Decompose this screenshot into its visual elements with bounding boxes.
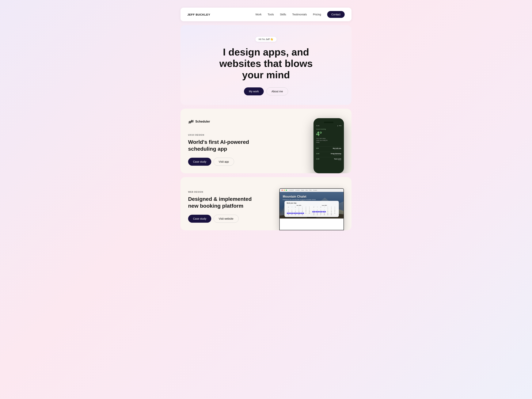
chalet-buttons: Case study Visit website [188, 215, 279, 223]
laptop-header: CHALET Location Read Stay FAQ Contact [280, 189, 343, 192]
hero-badge: Hi I'm Jeff 👋 [255, 37, 277, 42]
chalet-project-info: WEB DESIGN Designed & implemented new bo… [188, 191, 279, 230]
cal-month-2: June 2024 [312, 205, 336, 206]
scheduler-tag: UX/UI DESIGN [188, 134, 283, 136]
scheduler-buttons: Case study Visit app [188, 158, 283, 166]
scheduler-logo-text: Scheduler [195, 120, 210, 123]
phone-subtitle: Your calm sleepmade you ready fortoday. [316, 138, 341, 143]
chalet-nav-contact: Contact [313, 190, 317, 191]
schedule-event-3: Team Lunch Bridge [334, 158, 341, 161]
chalet-nav-location: Location [295, 190, 300, 191]
chalet-background: Mountain Chalet Experience the serenity … [280, 192, 343, 218]
schedule-time-2: 10:00 [316, 153, 319, 155]
scheduler-case-study-button[interactable]: Case study [188, 158, 211, 166]
chalet-nav-logo: CHALET [289, 190, 294, 191]
nav-links: Work Tools Skills Testimonials Pricing C… [255, 11, 345, 18]
cal-dow: T [297, 207, 300, 208]
nav-link-testimonials[interactable]: Testimonials [292, 13, 307, 16]
chalet-visit-website-button[interactable]: Visit website [214, 215, 239, 223]
phone-greeting: Good morning [316, 128, 341, 130]
laptop-dot-red [282, 190, 283, 191]
chalet-overlay-text: Mountain Chalet Experience the serenity … [283, 195, 316, 200]
laptop-dot-green [286, 190, 287, 191]
cal-dow: M [287, 207, 290, 208]
contact-button[interactable]: Contact [327, 11, 345, 18]
phone-temperature: 4° [316, 131, 341, 137]
chalet-title: Designed & implemented new booking platf… [188, 196, 253, 209]
chalet-site-title: Mountain Chalet [283, 195, 316, 198]
event-loc-1: Meeting room X [333, 149, 341, 150]
scheduler-visit-app-button[interactable]: Visit app [214, 158, 234, 166]
phone-mockup: 21:41 ▲ ▼ ■ Good morning 4° Your calm sl… [314, 118, 344, 173]
scheduler-visual: 21:41 ▲ ▼ ■ Good morning 4° Your calm sl… [283, 118, 344, 173]
chalet-case-study-button[interactable]: Case study [188, 215, 211, 223]
hero-title: I design apps, and websites that blows y… [209, 47, 323, 81]
chalet-nav-stay: Stay [305, 190, 308, 191]
phone-time: 21:41 [316, 125, 320, 126]
scheduler-project-card: Scheduler UX/UI DESIGN World's first AI-… [180, 109, 352, 173]
mini-calendar-1: Nov 2024 M T W T F S S [287, 205, 311, 215]
event-loc-3: Bridge [334, 160, 341, 161]
chalet-nav-faq: FAQ [309, 190, 312, 191]
about-me-button[interactable]: About me [266, 87, 288, 95]
hero-section: Hi I'm Jeff 👋 I design apps, and website… [180, 25, 352, 105]
my-work-button[interactable]: My work [244, 87, 264, 95]
cal-dow: W [294, 207, 297, 208]
nav-link-pricing[interactable]: Pricing [313, 13, 321, 16]
cal-month-1: Nov 2024 [287, 205, 311, 206]
laptop-dot-yellow [284, 190, 285, 191]
chalet-project-card: WEB DESIGN Designed & implemented new bo… [180, 177, 352, 230]
scheduler-project-info: Scheduler UX/UI DESIGN World's first AI-… [188, 119, 283, 173]
page-wrapper: JEFF BUCKLEY Work Tools Skills Testimoni… [180, 8, 352, 234]
schedule-time-3: 12:00 [316, 158, 319, 161]
laptop-mockup: CHALET Location Read Stay FAQ Contact [279, 188, 344, 230]
scheduler-wave-icon [188, 119, 193, 124]
cal-dow: T [290, 207, 294, 208]
nav-logo: JEFF BUCKLEY [187, 13, 210, 16]
cal-dow: S [304, 207, 307, 208]
nav-link-tools[interactable]: Tools [268, 13, 274, 16]
schedule-event-2: Design Workshop Meeting room A [331, 153, 341, 155]
phone-icons: ▲ ▼ ■ [337, 125, 341, 126]
phone-schedule-item-1: 8:00 Meet with max Meeting room X [316, 146, 341, 150]
nav-link-work[interactable]: Work [255, 13, 261, 16]
hero-buttons: My work About me [188, 87, 344, 95]
scheduler-title: World's first AI-powered scheduling app [188, 139, 253, 152]
phone-schedule-item-3: 12:00 Team Lunch Bridge [316, 157, 341, 161]
event-name-2: Design Workshop [331, 153, 341, 154]
event-name-1: Meet with max [333, 148, 341, 149]
cal-dow: F [301, 207, 304, 208]
phone-schedule-item-2: 10:00 Design Workshop Meeting room A [316, 152, 341, 155]
chalet-nav-read: Read [301, 190, 304, 191]
chalet-tag: WEB DESIGN [188, 191, 279, 193]
schedule-time-1: 8:00 [316, 148, 319, 150]
cal-dow: S [308, 207, 311, 208]
phone-status-bar: 21:41 ▲ ▼ ■ [316, 125, 341, 126]
event-name-3: Team Lunch [334, 158, 341, 160]
nav-link-skills[interactable]: Skills [280, 13, 286, 16]
booking-calendar-row: Nov 2024 M T W T F S S [287, 205, 336, 215]
booking-title: Book your stay [287, 202, 336, 204]
event-loc-2: Meeting room A [331, 154, 341, 155]
cal-grid-1: M T W T F S S 1234 567891011 [287, 207, 311, 215]
chalet-site-subtitle: Experience the serenity with our luxury … [283, 199, 316, 200]
scheduler-logo: Scheduler [188, 119, 283, 124]
laptop-screen: Mountain Chalet Experience the serenity … [280, 192, 343, 230]
phone-notch [324, 122, 333, 123]
mini-calendar-2: June 2024 MTWTFSS 123 45678910 111213141… [312, 205, 336, 215]
schedule-event-1: Meet with max Meeting room X [333, 148, 341, 150]
cal-grid-2: MTWTFSS 123 45678910 11121314151617 1819… [312, 207, 336, 215]
navbar: JEFF BUCKLEY Work Tools Skills Testimoni… [180, 8, 352, 21]
laptop-nav-bar: CHALET Location Read Stay FAQ Contact [289, 190, 317, 191]
booking-widget: Book your stay Nov 2024 M T W T [285, 201, 339, 217]
chalet-visual: CHALET Location Read Stay FAQ Contact [279, 188, 344, 230]
